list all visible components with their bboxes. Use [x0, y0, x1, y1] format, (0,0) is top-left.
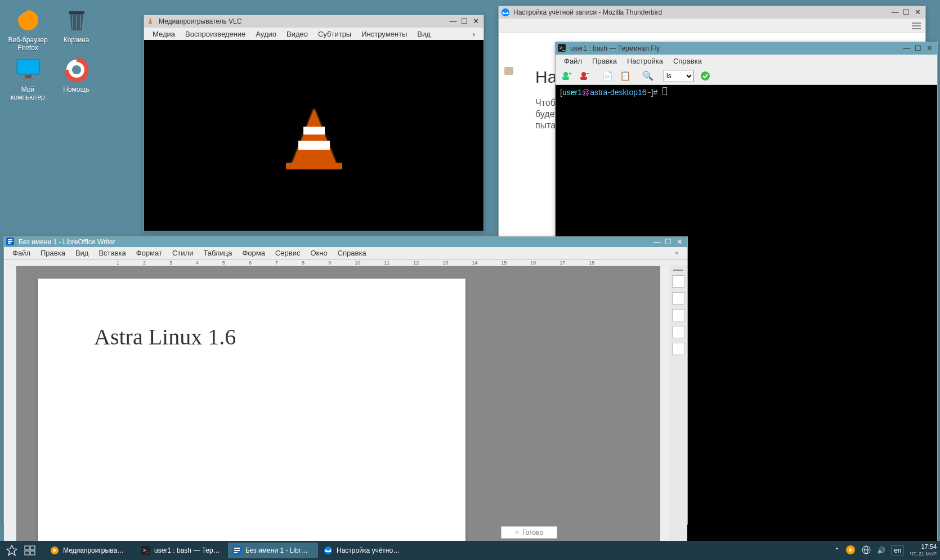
keyboard-layout[interactable]: en — [891, 545, 904, 555]
minimize-button[interactable]: — — [651, 237, 663, 247]
svg-rect-5 — [21, 78, 35, 79]
start-button[interactable] — [3, 543, 20, 558]
media-tray-icon[interactable] — [845, 545, 856, 557]
svg-point-14 — [581, 72, 586, 77]
svg-text:−: − — [587, 71, 590, 77]
task-thunderbird[interactable]: Настройка учётно… — [319, 543, 409, 558]
menu-window[interactable]: Окно — [305, 247, 332, 259]
maximize-button[interactable]: ☐ — [663, 237, 674, 247]
menu-media[interactable]: Медиа — [147, 28, 180, 40]
titlebar[interactable]: Без имени 1 - LibreOffice Writer — ☐ ✕ — [4, 237, 687, 247]
properties-panel-icon[interactable] — [672, 275, 684, 288]
writer-icon — [6, 238, 15, 247]
menu-tools[interactable]: Сервис — [270, 247, 306, 259]
toolbar: + − 📄 📋 🔍 ls — [556, 67, 937, 85]
close-button[interactable]: ✕ — [470, 16, 481, 26]
horizontal-ruler[interactable]: 123456789101112131415161718 — [4, 260, 687, 266]
desktop-icon-computer[interactable]: Мой компьютер — [7, 56, 49, 101]
command-select[interactable]: ls — [664, 70, 694, 82]
menu-settings[interactable]: Настройка — [622, 55, 668, 67]
menu-file[interactable]: Файл — [559, 55, 587, 67]
maximize-button[interactable]: ☐ — [459, 16, 470, 26]
vlc-window: Медиапроигрыватель VLC — ☐ ✕ Медиа Воспр… — [144, 15, 484, 231]
maximize-button[interactable]: ☐ — [901, 7, 912, 17]
menu-audio[interactable]: Аудио — [250, 28, 281, 40]
svg-rect-24 — [25, 551, 29, 555]
svg-rect-31 — [234, 550, 240, 551]
chevron-up-icon[interactable]: ⌃ — [834, 546, 840, 554]
vertical-scrollbar[interactable] — [660, 266, 669, 560]
titlebar[interactable]: Медиапроигрыватель VLC — ☐ ✕ — [144, 15, 484, 28]
thunderbird-icon — [501, 8, 510, 17]
titlebar[interactable]: Настройка учётной записи - Mozilla Thund… — [499, 6, 925, 19]
minimize-button[interactable]: — — [901, 43, 912, 53]
menu-form[interactable]: Форма — [237, 247, 270, 259]
task-view-button[interactable] — [21, 543, 38, 558]
sidebar — [669, 266, 687, 560]
close-button[interactable]: ✕ — [912, 7, 923, 17]
titlebar[interactable]: >_ user1 : bash — Терминал Fly — ☐ ✕ — [556, 42, 937, 55]
document-canvas[interactable]: Astra Linux 1.6 — [16, 266, 660, 560]
terminal-icon: >_ — [558, 44, 567, 53]
menu-styles[interactable]: Стили — [167, 247, 198, 259]
desktop-icon-firefox[interactable]: Веб-браузер Firefox — [7, 7, 49, 52]
menu-icon[interactable] — [912, 25, 921, 26]
search-icon[interactable]: 🔍 — [641, 70, 655, 82]
volume-icon[interactable]: 🔊 — [877, 546, 885, 554]
minimize-button[interactable]: — — [889, 7, 901, 17]
tab-close-icon[interactable]: × — [669, 247, 684, 259]
close-button[interactable]: ✕ — [924, 43, 935, 53]
vertical-ruler[interactable] — [4, 266, 16, 560]
tab-bar — [499, 19, 925, 33]
task-writer[interactable]: Без имени 1 - Libr… — [228, 543, 318, 558]
chevron-right-icon[interactable]: › — [468, 28, 480, 40]
styles-panel-icon[interactable] — [672, 309, 684, 321]
menu-edit[interactable]: Правка — [587, 55, 622, 67]
svg-point-17 — [701, 71, 710, 80]
close-button[interactable]: ✕ — [674, 237, 685, 247]
remove-user-icon[interactable]: − — [578, 70, 592, 82]
menu-file[interactable]: Файл — [7, 247, 35, 259]
network-icon[interactable] — [861, 545, 871, 557]
thunderbird-status: ○Готово — [501, 526, 557, 539]
thunderbird-icon — [323, 545, 333, 555]
copy-icon[interactable]: 📄 — [601, 70, 614, 82]
menu-view[interactable]: Вид — [412, 28, 436, 40]
menu-view[interactable]: Вид — [70, 247, 94, 259]
task-vlc[interactable]: Медиапроигрыва… — [46, 543, 136, 558]
menu-edit[interactable]: Правка — [35, 247, 70, 259]
svg-rect-22 — [25, 546, 29, 550]
sidebar-menu-icon[interactable] — [673, 270, 683, 271]
paste-icon[interactable]: 📋 — [619, 70, 632, 82]
firefox-icon — [15, 7, 42, 34]
menu-playback[interactable]: Воспроизведение — [180, 28, 250, 40]
navigator-panel-icon[interactable] — [672, 343, 684, 355]
minimize-button[interactable]: — — [447, 16, 459, 26]
clock[interactable]: 17:54 ЧТ, 21 МАР — [910, 543, 937, 558]
maximize-button[interactable]: ☐ — [912, 43, 924, 53]
menubar: Медиа Воспроизведение Аудио Видео Субтит… — [144, 28, 484, 40]
add-user-icon[interactable]: + — [560, 70, 574, 82]
document-text[interactable]: Astra Linux 1.6 — [94, 324, 409, 350]
desktop-icon-help[interactable]: Помощь — [55, 56, 97, 93]
menu-table[interactable]: Таблица — [198, 247, 237, 259]
gallery-panel-icon[interactable] — [672, 326, 684, 338]
svg-rect-25 — [30, 551, 35, 555]
page-panel-icon[interactable] — [672, 292, 684, 304]
svg-rect-23 — [30, 546, 35, 550]
menu-help[interactable]: Справка — [333, 247, 371, 259]
svg-text:+: + — [569, 71, 572, 77]
execute-icon[interactable] — [699, 70, 712, 82]
menu-insert[interactable]: Вставка — [93, 247, 131, 259]
menu-tools[interactable]: Инструменты — [356, 28, 412, 40]
task-terminal[interactable]: >_ user1 : bash — Тер… — [137, 543, 227, 558]
menu-video[interactable]: Видео — [281, 28, 313, 40]
life-ring-icon — [63, 56, 90, 83]
menu-subtitles[interactable]: Субтитры — [313, 28, 356, 40]
desktop-icon-trash[interactable]: Корзина — [55, 7, 97, 44]
svg-rect-32 — [234, 552, 238, 553]
svg-rect-4 — [25, 75, 32, 78]
menu-help[interactable]: Справка — [668, 55, 707, 67]
monitor-icon — [15, 56, 42, 83]
menu-format[interactable]: Формат — [131, 247, 167, 259]
